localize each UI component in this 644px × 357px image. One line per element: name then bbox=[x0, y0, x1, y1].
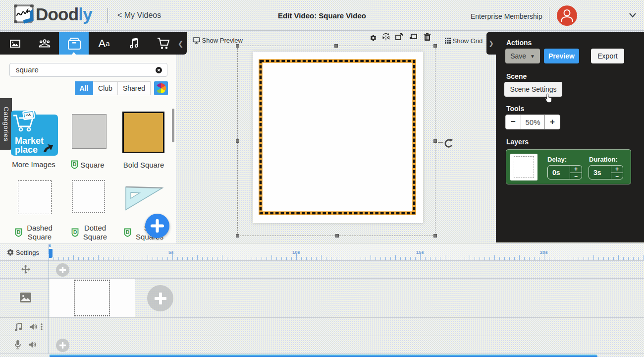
svg-text:D: D bbox=[73, 162, 76, 167]
svg-text:place: place bbox=[15, 145, 38, 155]
svg-text:Market: Market bbox=[15, 136, 44, 146]
svg-text:D: D bbox=[126, 230, 129, 235]
svg-text:D: D bbox=[73, 230, 77, 235]
svg-text:D: D bbox=[17, 230, 20, 235]
